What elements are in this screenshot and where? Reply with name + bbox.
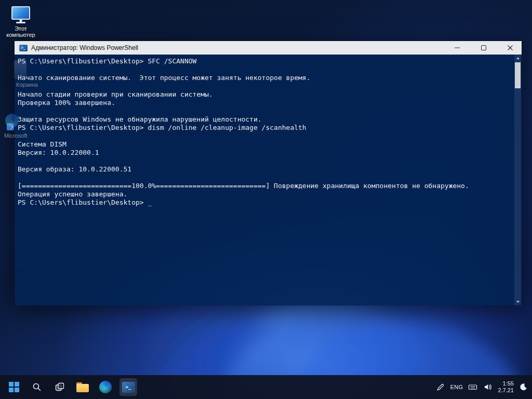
close-button[interactable] (499, 41, 522, 55)
terminal-line: Проверка 100% завершена. (18, 99, 511, 107)
powershell-icon: >_ (122, 382, 135, 393)
taskbar: >_ ENG 1:55 (0, 375, 532, 399)
terminal-line: Версия образа: 10.0.22000.51 (18, 165, 511, 174)
clock-time: 1:55 (498, 380, 514, 387)
start-icon (9, 382, 19, 392)
terminal-line: Начато сканирование системы. Этот процес… (18, 74, 511, 82)
terminal-line: Операция успешно завершена. (18, 190, 511, 198)
terminal-line (18, 132, 511, 140)
terminal-line: PS C:\Users\flibustier\Desktop> dism /on… (18, 124, 511, 132)
terminal-line (18, 82, 511, 90)
edge-button[interactable] (97, 378, 114, 396)
edge-icon (99, 381, 112, 393)
window-title: Администратор: Windows PowerShell (31, 44, 138, 51)
terminal-output: PS C:\Users\flibustier\Desktop> SFC /SCA… (15, 55, 522, 305)
search-icon (32, 382, 42, 392)
start-button[interactable] (5, 378, 23, 396)
maximize-button[interactable] (472, 41, 495, 55)
speaker-icon[interactable] (483, 382, 493, 392)
clock[interactable]: 1:55 2.7.21 (498, 380, 514, 394)
terminal-line: Система DISM (18, 140, 511, 149)
file-explorer-button[interactable] (74, 378, 91, 396)
terminal[interactable]: PS C:\Users\flibustier\Desktop> SFC /SCA… (15, 55, 522, 305)
monitor-icon (11, 6, 30, 20)
minimize-button[interactable] (446, 41, 469, 55)
scrollbar[interactable] (514, 55, 521, 305)
scroll-down-icon[interactable] (514, 299, 521, 305)
powershell-icon: >_ (19, 45, 28, 51)
search-button[interactable] (28, 378, 46, 396)
file-explorer-icon (76, 382, 89, 392)
terminal-line: Начало стадии проверки при сканировании … (18, 90, 511, 99)
terminal-line (18, 65, 511, 74)
task-view-icon (55, 382, 65, 392)
terminal-line (18, 174, 511, 182)
terminal-line: PS C:\Users\flibustier\Desktop> _ (18, 198, 511, 207)
desktop-icon-this-pc[interactable]: Этот компьютер (4, 6, 37, 38)
terminal-line: [===========================100.0%======… (18, 182, 511, 190)
powershell-button[interactable]: >_ (119, 378, 137, 396)
terminal-line (18, 157, 511, 165)
touch-keyboard-icon[interactable] (468, 382, 478, 392)
terminal-line: Версия: 10.0.22000.1 (18, 149, 511, 157)
terminal-cursor: _ (148, 198, 152, 206)
desktop: Этот компьютер >_ Администратор: Windows… (0, 0, 532, 399)
window-titlebar[interactable]: >_ Администратор: Windows PowerShell (15, 41, 522, 55)
system-tray: ENG 1:55 2.7.21 (435, 375, 529, 399)
powershell-window: >_ Администратор: Windows PowerShell PS … (14, 41, 522, 305)
desktop-icon-label: Этот компьютер (4, 25, 37, 38)
scrollbar-thumb[interactable] (515, 62, 521, 88)
terminal-line: PS C:\Users\flibustier\Desktop> SFC /SCA… (18, 57, 511, 65)
scroll-up-icon[interactable] (514, 55, 521, 61)
focus-assist-moon-icon[interactable] (518, 382, 529, 392)
terminal-line (18, 107, 511, 115)
language-indicator[interactable]: ENG (450, 384, 463, 390)
clock-date: 2.7.21 (498, 387, 514, 394)
terminal-line: Защита ресурсов Windows не обнаружила на… (18, 115, 511, 124)
task-view-button[interactable] (51, 378, 69, 396)
pen-icon[interactable] (435, 382, 446, 392)
